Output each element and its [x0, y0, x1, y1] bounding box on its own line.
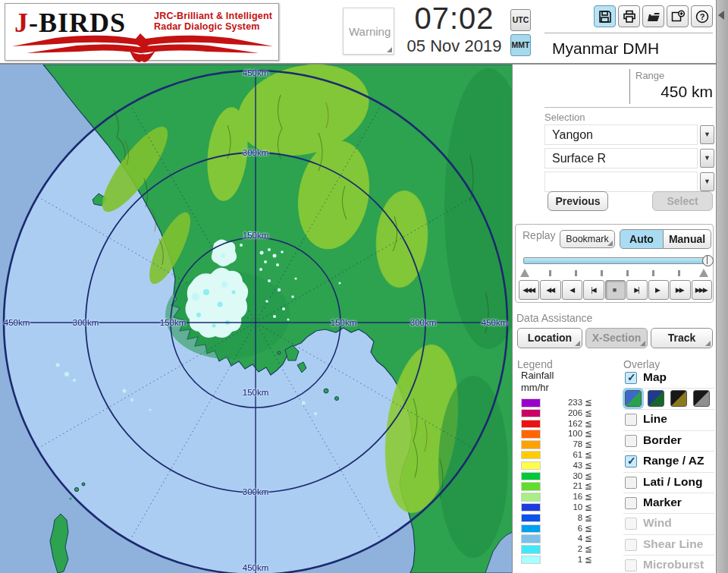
logo-tagline: JRC-Brilliant & Intelligent Radar Dialog…: [154, 11, 272, 32]
option-dropdown-value[interactable]: [544, 172, 698, 192]
chevron-down-icon[interactable]: ▼: [700, 149, 714, 168]
checkbox-border[interactable]: [625, 435, 637, 447]
checkbox-shear-line: [625, 539, 637, 551]
legend-row: 4 ≦: [521, 534, 604, 544]
checkbox-microburst: [625, 559, 637, 571]
track-button[interactable]: Track: [651, 328, 713, 348]
location-button[interactable]: Location: [517, 328, 582, 348]
fast-rewind-button[interactable]: ◀◀◀: [519, 280, 539, 300]
open-folder-icon: [646, 9, 661, 24]
checkbox-line[interactable]: [625, 414, 637, 426]
rainfall-legend: 233 ≦ 206 ≦ 162 ≦ 100 ≦ 78 ≦ 61 ≦ 43 ≦ 3…: [521, 398, 604, 565]
save-button[interactable]: [594, 5, 616, 27]
legend-row: 100 ≦: [521, 429, 604, 439]
map-style-swatch[interactable]: [648, 390, 664, 407]
overlay-row-lati-long[interactable]: Lati / Long: [623, 473, 714, 493]
checkbox-lati-long[interactable]: [625, 477, 637, 489]
jbirds-app: J-BIRDS JRC-Brilliant & Intelligent Rada…: [0, 0, 728, 573]
legend-label: Legend: [517, 358, 553, 370]
collapse-panel-icon[interactable]: [718, 11, 724, 20]
overlay-row-marker[interactable]: Marker: [623, 493, 714, 514]
slider-end-marker: [699, 269, 708, 277]
slider-tick: [549, 270, 551, 276]
chevron-down-icon[interactable]: ▼: [700, 125, 714, 144]
print-button[interactable]: [618, 5, 640, 27]
add-image-button[interactable]: [667, 5, 689, 27]
site-dropdown-value[interactable]: Yangon: [544, 124, 698, 145]
legend-swatch: [521, 451, 541, 460]
legend-row: 233 ≦: [521, 398, 604, 408]
fast-forward-button[interactable]: ▶▶: [670, 280, 690, 300]
manual-button[interactable]: Manual: [664, 229, 711, 249]
svg-text:?: ?: [700, 12, 705, 21]
legend-row: 61 ≦: [521, 450, 604, 461]
play-reverse-button[interactable]: ◀: [562, 280, 582, 300]
legend-swatch: [521, 409, 541, 418]
warning-button[interactable]: Warning: [343, 8, 394, 55]
step-forward-button[interactable]: ▶|: [626, 280, 647, 300]
fastest-forward-button[interactable]: ▶▶▶: [692, 280, 712, 300]
map-style-swatch[interactable]: [670, 390, 687, 407]
option-dropdown[interactable]: ▼: [544, 172, 714, 192]
open-folder-button[interactable]: [642, 5, 664, 27]
play-button[interactable]: ▶: [648, 280, 669, 300]
panel-scrollbar[interactable]: [716, 0, 728, 573]
help-button[interactable]: ?: [691, 5, 713, 27]
legend-swatch: [521, 534, 541, 543]
stop-button[interactable]: ■: [605, 280, 626, 300]
warning-label: Warning: [349, 25, 391, 38]
overlay-row-map[interactable]: Map: [623, 368, 714, 389]
ring-label: 450km: [243, 563, 269, 572]
replay-slider-handle[interactable]: [702, 255, 714, 266]
mmt-button[interactable]: MMT: [510, 34, 531, 56]
map-style-picker: [623, 389, 714, 410]
selection-label: Selection: [544, 112, 585, 123]
replay-group: Replay Bookmark Auto Manual ◀◀◀ ◀◀ ◀ |◀ …: [515, 224, 714, 303]
slider-tick: [652, 270, 654, 276]
auto-button[interactable]: Auto: [620, 229, 664, 249]
checkbox-range-az[interactable]: [625, 455, 637, 468]
chevron-down-icon[interactable]: ▼: [700, 172, 714, 191]
legend-swatch: [521, 524, 541, 534]
ring-label: 450km: [243, 68, 269, 77]
overlay-list: Map Line Border Range / AZ: [623, 368, 714, 573]
divider: [544, 33, 713, 33]
legend-row: 162 ≦: [521, 419, 604, 430]
ring-label: 150km: [160, 318, 187, 327]
checkbox-map[interactable]: [625, 372, 637, 384]
product-dropdown-value[interactable]: Surface R: [544, 148, 698, 168]
legend-swatch: [521, 514, 541, 523]
slider-tick: [575, 270, 577, 276]
overlay-row-line[interactable]: Line: [623, 410, 714, 430]
data-assistance-label: Data Assistance: [516, 312, 592, 324]
legend-swatch: [521, 472, 541, 481]
slider-tick: [678, 270, 680, 276]
product-dropdown[interactable]: Surface R ▼: [544, 148, 714, 168]
legend-swatch: [521, 461, 541, 471]
legend-swatch: [521, 545, 541, 554]
radar-map[interactable]: 450km 300km 150km 450km 300km 150km 150k…: [0, 65, 513, 573]
help-icon: ?: [695, 9, 710, 24]
legend-swatch: [521, 440, 541, 449]
overlay-row-range-az[interactable]: Range / AZ: [623, 452, 714, 472]
utc-button[interactable]: UTC: [510, 9, 531, 31]
previous-button[interactable]: Previous: [548, 191, 608, 211]
overlay-row-border[interactable]: Border: [623, 431, 714, 452]
ring-label: 450km: [4, 318, 30, 327]
rewind-button[interactable]: ◀◀: [540, 280, 560, 300]
select-button[interactable]: Select: [652, 191, 713, 211]
legend-row: 78 ≦: [521, 439, 604, 450]
overlay-row-shear-line: Shear Line: [623, 535, 714, 556]
bookmark-button[interactable]: Bookmark: [560, 230, 615, 248]
site-dropdown[interactable]: Yangon ▼: [544, 124, 714, 145]
xsection-button[interactable]: X-Section: [585, 328, 648, 348]
checkbox-marker[interactable]: [625, 497, 637, 509]
legend-swatch: [521, 420, 541, 429]
checkbox-wind: [625, 518, 637, 530]
map-style-swatch[interactable]: [625, 390, 642, 407]
replay-slider[interactable]: [523, 257, 708, 264]
map-style-swatch[interactable]: [693, 390, 710, 407]
slider-start-marker: [520, 269, 529, 277]
slider-tick: [601, 270, 603, 276]
step-back-button[interactable]: |◀: [583, 280, 604, 300]
